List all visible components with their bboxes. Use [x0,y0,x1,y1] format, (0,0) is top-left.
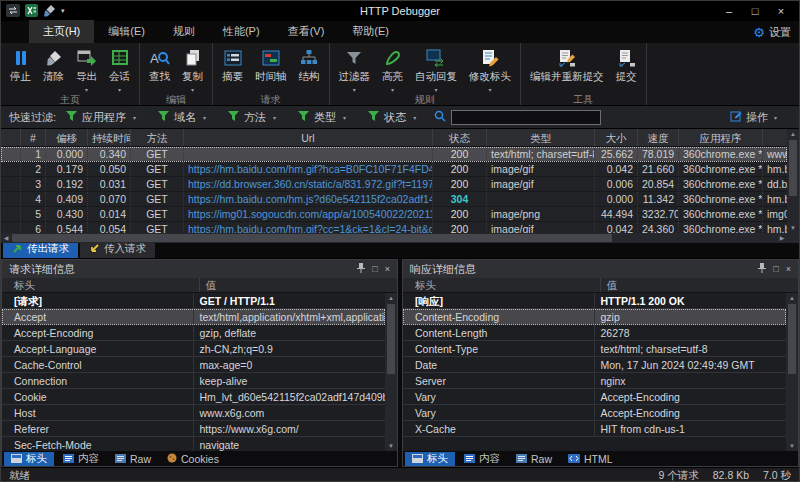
request-header-row-4[interactable]: Cache-Controlmax-age=0 [2,357,385,373]
response-header-row-2[interactable]: Content-Length26278 [403,325,786,341]
panel-vertical-scrollbar[interactable]: ▲ ▼ [786,293,798,451]
ribbon-button-session[interactable]: 会话▾ [103,45,136,93]
excel-export-icon[interactable] [25,4,38,19]
request-header-row-8[interactable]: Refererhttps://www.x6g.com/ [2,421,385,437]
quick-filter-4[interactable]: 状态▾ [368,110,416,125]
grid-column-header-9[interactable]: 应用程序 [679,129,763,146]
menu-tab-4[interactable]: 查看(V) [274,20,339,43]
app-swap-icon[interactable] [6,4,20,19]
grid-column-header-3[interactable]: 方法 [131,129,184,146]
response-header-row-6[interactable]: VaryAccept-Encoding [403,389,786,405]
scroll-up-icon[interactable]: ▲ [787,129,799,139]
maximize-button[interactable]: □ [742,1,768,21]
ribbon-button-copy[interactable]: 复制▾ [176,45,209,93]
ribbon-button-modheaders[interactable]: 修改标头▾ [463,45,517,93]
minimize-button[interactable]: – [716,1,742,21]
quick-filter-0[interactable]: 应用程序▾ [66,110,136,125]
response-panel-tab-HTML[interactable]: HTML [561,452,620,466]
request-header-row-0[interactable]: [请求]GET / HTTP/1.1 [2,293,385,309]
ribbon-button-export[interactable]: 导出▾ [70,45,103,93]
grid-column-header-4[interactable]: Url [184,129,433,146]
request-row-5[interactable]: 50.4300.014GEThttps://img01.sogoucdn.com… [1,207,787,222]
grid-column-header-2[interactable]: 持续时间 [88,129,131,146]
settings-button[interactable]: ⚙ 设置 [753,25,791,40]
popout-icon[interactable]: □ [372,264,377,274]
ribbon-button-submit[interactable]: 提交 [610,45,643,93]
search-input[interactable] [451,110,601,125]
column-header-value[interactable]: 值 [200,278,398,292]
menu-tab-5[interactable]: 帮助(E) [338,20,403,43]
grid-column-header-5[interactable]: 状态 [433,129,487,146]
scrollbar-thumb[interactable] [12,234,612,242]
action-button[interactable]: 操作 ▾ [730,110,777,125]
pin-icon[interactable] [357,263,365,275]
ribbon-button-highlight[interactable]: 高亮▾ [376,45,409,93]
panel-vertical-scrollbar[interactable]: ▲ ▼ [385,293,397,451]
ribbon-button-find[interactable]: A查找 [143,45,176,93]
request-header-row-6[interactable]: CookieHm_lvt_d60e542115f2ca02adf147d409b… [2,389,385,405]
request-panel-tab-内容[interactable]: 内容 [56,452,106,466]
menu-tab-2[interactable]: 规则 [159,20,209,43]
scroll-up-icon[interactable]: ▲ [786,293,798,303]
request-header-row-3[interactable]: Accept-Languagezh-CN,zh;q=0.9 [2,341,385,357]
response-panel-tab-标头[interactable]: 标头 [405,452,455,466]
scrollbar-thumb[interactable] [387,304,395,374]
grid-column-header-0[interactable]: # [21,129,46,146]
scroll-left-icon[interactable]: ◀ [1,233,11,243]
ribbon-button-structure[interactable]: 结构 [293,45,326,93]
clear-brush-icon[interactable] [43,4,56,19]
scrollbar-thumb[interactable] [789,140,797,196]
grid-column-header-6[interactable]: 类型 [487,129,595,146]
quick-filter-1[interactable]: 域名▾ [158,110,206,125]
direction-tab-1[interactable]: 传入请求 [80,241,155,258]
response-header-row-7[interactable]: VaryAccept-Encoding [403,405,786,421]
response-panel-tab-Raw[interactable]: Raw [509,452,559,466]
ribbon-button-timeline[interactable]: 时间轴 [249,45,293,93]
request-panel-tab-Raw[interactable]: Raw [108,452,158,466]
response-header-row-0[interactable]: [响应]HTTP/1.1 200 OK [403,293,786,309]
close-button[interactable]: × [768,1,794,21]
response-header-row-1[interactable]: Content-Encodinggzip [403,309,786,325]
ribbon-button-resubmit[interactable]: 编辑并重新提交 [524,45,610,93]
scroll-down-icon[interactable]: ▼ [787,223,799,233]
popout-icon[interactable]: □ [773,264,778,274]
scrollbar-thumb[interactable] [788,304,796,374]
request-row-3[interactable]: 30.1920.031GEThttps://dd.browser.360.cn/… [1,177,787,192]
ribbon-button-pause[interactable]: 停止 [4,45,37,93]
request-header-row-7[interactable]: Hostwww.x6g.com [2,405,385,421]
ribbon-button-brush[interactable]: 清除 [37,45,70,93]
response-header-row-4[interactable]: DateMon, 17 Jun 2024 02:49:49 GMT [403,357,786,373]
grid-vertical-scrollbar[interactable]: ▲ ▼ [787,129,799,233]
ribbon-button-filter[interactable]: 过滤器▾ [333,45,377,93]
quick-filter-3[interactable]: 类型▾ [298,110,346,125]
menu-tab-1[interactable]: 编辑(E) [94,20,159,43]
request-panel-tab-标头[interactable]: 标头 [4,452,54,466]
scroll-up-icon[interactable]: ▲ [385,293,397,303]
request-panel-tab-Cookies[interactable]: Cookies [160,452,226,466]
close-icon[interactable]: × [385,264,390,274]
response-header-row-3[interactable]: Content-Typetext/html; charset=utf-8 [403,341,786,357]
request-header-row-5[interactable]: Connectionkeep-alive [2,373,385,389]
column-header-value[interactable]: 值 [601,278,799,292]
grid-column-header-8[interactable]: 速度 [638,129,679,146]
response-panel-tab-内容[interactable]: 内容 [457,452,507,466]
column-header-name[interactable]: 标头 [403,278,601,292]
menu-tab-0[interactable]: 主页(H) [29,20,94,43]
scroll-down-icon[interactable]: ▼ [786,441,798,451]
pin-icon[interactable] [758,263,766,275]
close-icon[interactable]: × [786,264,791,274]
quick-filter-2[interactable]: 方法▾ [228,110,276,125]
column-header-name[interactable]: 标头 [2,278,200,292]
ribbon-button-autoreply[interactable]: 自动回复▾ [409,45,463,93]
request-row-1[interactable]: 10.0000.340GET200text/html; charset=utf-… [1,147,787,162]
ribbon-button-summary[interactable]: 摘要 [216,45,249,93]
request-header-row-1[interactable]: Accepttext/html,application/xhtml+xml,ap… [2,309,385,325]
quick-access-caret-icon[interactable]: ▾ [61,7,65,15]
request-row-4[interactable]: 40.4090.070GEThttps://hm.baidu.com/hm.js… [1,192,787,207]
request-header-row-9[interactable]: Sec-Fetch-Modenavigate [2,437,385,451]
scroll-right-icon[interactable]: ▶ [777,233,787,243]
grid-horizontal-scrollbar[interactable]: ◀ ▶ [1,233,787,243]
direction-tab-0[interactable]: 传出请求 [3,241,78,258]
request-header-row-2[interactable]: Accept-Encodinggzip, deflate [2,325,385,341]
menu-tab-3[interactable]: 性能(P) [209,20,274,43]
